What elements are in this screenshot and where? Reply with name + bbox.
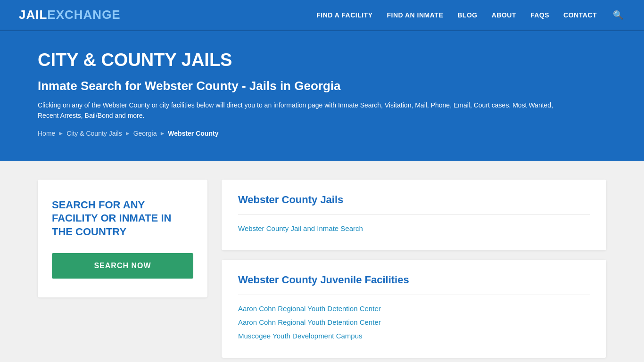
nav-blog[interactable]: BLOG [457,11,477,19]
logo-exchange: EXCHANGE [47,8,120,22]
search-icon-button[interactable]: 🔍 [611,8,625,22]
facility-card-jails: Webster County Jails Webster County Jail… [222,180,606,250]
breadcrumb-sep-1: ► [58,130,64,137]
facility-card-juvenile: Webster County Juvenile Facilities Aaron… [222,260,606,358]
nav-contact[interactable]: CONTACT [563,11,597,19]
nav-find-facility[interactable]: FIND A FACILITY [316,11,372,19]
search-card-title: SEARCH FOR ANY FACILITY OR INMATE IN THE… [52,198,193,239]
breadcrumb-state[interactable]: Georgia [133,130,157,137]
main-content: SEARCH FOR ANY FACILITY OR INMATE IN THE… [0,161,644,362]
hero-description: Clicking on any of the Webster County or… [38,100,556,121]
search-now-button[interactable]: SEARCH NOW [52,253,193,279]
hero-subtitle: Inmate Search for Webster County - Jails… [38,79,606,93]
logo-jail: JAIL [19,8,47,22]
hero-section: CITY & COUNTY JAILS Inmate Search for We… [0,31,644,161]
breadcrumb-sep-2: ► [125,130,131,137]
search-card: SEARCH FOR ANY FACILITY OR INMATE IN THE… [38,180,207,297]
hero-title: CITY & COUNTY JAILS [38,50,606,70]
breadcrumb-sep-3: ► [159,130,165,137]
jails-divider [238,214,590,215]
breadcrumb-home[interactable]: Home [38,130,55,137]
juvenile-card-title: Webster County Juvenile Facilities [238,274,590,286]
nav-find-inmate[interactable]: FIND AN INMATE [387,11,443,19]
site-header: JAILEXCHANGE FIND A FACILITY FIND AN INM… [0,0,644,31]
nav-faqs[interactable]: FAQs [530,11,549,19]
breadcrumb-current: Webster County [168,130,218,137]
juvenile-link-3[interactable]: Muscogee Youth Development Campus [238,330,590,342]
jail-link-1[interactable]: Webster County Jail and Inmate Search [238,222,590,234]
juvenile-divider [238,295,590,295]
main-nav: FIND A FACILITY FIND AN INMATE BLOG ABOU… [316,8,625,22]
juvenile-link-1[interactable]: Aaron Cohn Regional Youth Detention Cent… [238,303,590,314]
breadcrumb: Home ► City & County Jails ► Georgia ► W… [38,130,606,137]
juvenile-link-2[interactable]: Aaron Cohn Regional Youth Detention Cent… [238,316,590,328]
jails-card-title: Webster County Jails [238,194,590,206]
left-panel: SEARCH FOR ANY FACILITY OR INMATE IN THE… [38,180,207,358]
right-panel: Webster County Jails Webster County Jail… [222,180,606,358]
breadcrumb-city-county[interactable]: City & County Jails [66,130,122,137]
nav-about[interactable]: ABOUT [492,11,516,19]
site-logo[interactable]: JAILEXCHANGE [19,8,121,22]
